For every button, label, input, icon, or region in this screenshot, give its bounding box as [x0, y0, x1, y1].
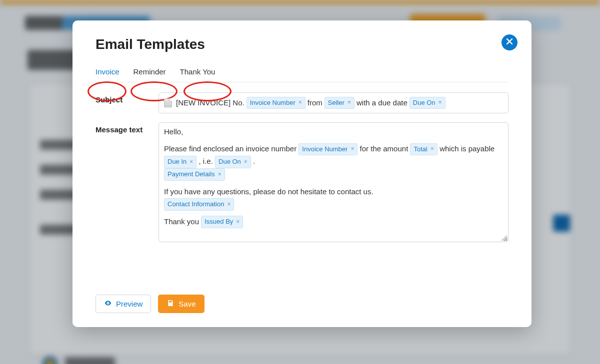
token-invoice-number[interactable]: Invoice Number×: [298, 143, 358, 156]
subject-row: Subject [NEW INVOICE] No. Invoice Number…: [96, 92, 508, 113]
tab-reminder[interactable]: Reminder: [134, 64, 166, 82]
save-label: Save: [178, 300, 196, 308]
message-text: Thank you: [164, 217, 199, 226]
token-seller[interactable]: Seller×: [324, 97, 354, 109]
document-icon: [164, 98, 172, 107]
preview-label: Preview: [116, 300, 142, 308]
save-icon: [166, 299, 174, 309]
message-text: If you have any questions, please do not…: [164, 187, 374, 196]
remove-token-icon[interactable]: ×: [218, 170, 222, 179]
message-text: , i.e.: [199, 157, 213, 165]
subject-text: [NEW INVOICE] No.: [176, 97, 244, 109]
email-templates-modal: Email Templates Invoice Reminder Thank Y…: [72, 20, 532, 327]
token-issued-by[interactable]: Issued By×: [201, 216, 243, 228]
remove-token-icon[interactable]: ×: [348, 98, 351, 107]
message-text: Please find enclosed an invoice number: [164, 144, 296, 153]
remove-token-icon[interactable]: ×: [227, 200, 230, 209]
token-invoice-number[interactable]: Invoice Number×: [246, 97, 306, 109]
eye-icon: [104, 299, 112, 309]
subject-label: Subject: [96, 92, 158, 104]
subject-text: with a due date: [356, 97, 408, 109]
remove-token-icon[interactable]: ×: [236, 217, 240, 227]
message-label: Message text: [96, 122, 158, 134]
message-row: Message text Hello, Please find enclosed…: [96, 122, 508, 242]
tab-invoice[interactable]: Invoice: [96, 64, 120, 82]
remove-token-icon[interactable]: ×: [430, 144, 434, 154]
token-due-on[interactable]: Due On×: [410, 97, 446, 109]
close-button[interactable]: [502, 34, 518, 50]
token-contact-information[interactable]: Contact Information×: [164, 198, 234, 211]
preview-button[interactable]: Preview: [96, 295, 151, 313]
modal-title: Email Templates: [96, 36, 508, 52]
message-text: Hello,: [164, 127, 183, 136]
token-total[interactable]: Total×: [410, 143, 437, 156]
message-input[interactable]: Hello, Please find enclosed an invoice n…: [158, 122, 508, 242]
close-icon: [506, 37, 514, 47]
message-text: .: [253, 157, 255, 165]
tab-thank-you[interactable]: Thank You: [180, 64, 216, 82]
message-text: which is payable: [440, 144, 494, 153]
subject-text: from: [308, 97, 322, 109]
tabs: Invoice Reminder Thank You: [96, 64, 508, 82]
subject-input[interactable]: [NEW INVOICE] No. Invoice Number× from S…: [158, 92, 508, 113]
resize-handle[interactable]: [501, 235, 507, 241]
token-due-on[interactable]: Due On×: [215, 156, 251, 168]
remove-token-icon[interactable]: ×: [350, 144, 354, 154]
remove-token-icon[interactable]: ×: [298, 98, 302, 107]
token-payment-details[interactable]: Payment Details×: [164, 168, 225, 181]
remove-token-icon[interactable]: ×: [438, 98, 442, 107]
remove-token-icon[interactable]: ×: [190, 157, 193, 167]
modal-footer: Preview Save: [96, 295, 204, 313]
message-text: for the amount: [360, 144, 408, 153]
token-due-in[interactable]: Due In×: [164, 156, 196, 168]
remove-token-icon[interactable]: ×: [244, 157, 248, 167]
save-button[interactable]: Save: [158, 295, 204, 313]
